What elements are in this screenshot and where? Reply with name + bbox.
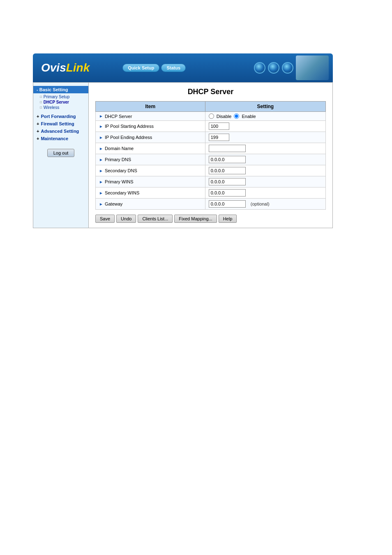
logo: OvisLink bbox=[33, 61, 98, 74]
header: OvisLink Quick Setup Status bbox=[33, 53, 333, 82]
table-row: ► Domain Name bbox=[96, 143, 326, 154]
save-button[interactable]: Save bbox=[95, 215, 115, 223]
gateway-input[interactable] bbox=[209, 200, 246, 208]
secondary-dns-input[interactable] bbox=[209, 167, 246, 174]
row-label-gateway: ► Gateway bbox=[99, 201, 202, 206]
row-label-primary-wins: ► Primary WINS bbox=[99, 179, 202, 184]
gateway-value-cell: (optional) bbox=[209, 200, 322, 208]
dhcp-enable-radio[interactable] bbox=[234, 113, 239, 119]
sidebar-item-port-forwarding[interactable]: Port Forwarding bbox=[33, 113, 88, 120]
basic-setting-label[interactable]: - Basic Setting bbox=[33, 86, 88, 93]
secondary-wins-input[interactable] bbox=[209, 189, 246, 197]
table-row: ► Secondary DNS bbox=[96, 165, 326, 176]
logo-link: Link bbox=[66, 61, 90, 74]
dhcp-server-radio: Disable Enable bbox=[209, 113, 322, 119]
row-label-ip-end: ► IP Pool Ending Address bbox=[99, 135, 202, 140]
clients-list-button[interactable]: Clients List... bbox=[138, 215, 173, 223]
row-label-domain-name: ► Domain Name bbox=[99, 146, 202, 151]
help-button[interactable]: Help bbox=[219, 215, 237, 223]
table-row: ► DHCP Server Disable Enable bbox=[96, 112, 326, 121]
sidebar-item-firewall-setting[interactable]: Firewall Setting bbox=[33, 120, 88, 127]
status-button[interactable]: Status bbox=[161, 64, 186, 72]
logo-ovis: Ovis bbox=[41, 61, 66, 74]
button-row: Save Undo Clients List... Fixed Mapping.… bbox=[95, 215, 326, 223]
header-nav: Quick Setup Status bbox=[122, 64, 186, 72]
sidebar-item-advanced-setting[interactable]: Advanced Setting bbox=[33, 127, 88, 135]
table-row: ► Primary DNS bbox=[96, 154, 326, 165]
arrow-icon: ► bbox=[99, 124, 103, 129]
row-label-primary-dns: ► Primary DNS bbox=[99, 157, 202, 162]
header-icons bbox=[254, 56, 329, 80]
logout-button[interactable]: Log out bbox=[47, 149, 75, 157]
optional-label: (optional) bbox=[251, 201, 270, 206]
globe-icon-3 bbox=[282, 62, 293, 74]
arrow-icon: ► bbox=[99, 135, 103, 140]
arrow-icon: ► bbox=[99, 157, 103, 162]
col-item-header: Item bbox=[96, 102, 205, 112]
sidebar-item-primary-setup[interactable]: Primary Setup bbox=[33, 94, 88, 99]
page-title: DHCP Server bbox=[95, 88, 326, 96]
row-label-dhcp-server: ► DHCP Server bbox=[99, 114, 202, 119]
arrow-icon: ► bbox=[99, 191, 103, 195]
arrow-icon: ► bbox=[99, 202, 103, 206]
quick-setup-button[interactable]: Quick Setup bbox=[122, 64, 159, 72]
arrow-icon: ► bbox=[99, 169, 103, 173]
main-container: - Basic Setting Primary Setup DHCP Serve… bbox=[33, 82, 333, 228]
content-area: DHCP Server Item Setting ► DHCP Serve bbox=[89, 83, 332, 228]
sidebar-item-wireless[interactable]: Wireless bbox=[33, 105, 88, 110]
settings-table: Item Setting ► DHCP Server bbox=[95, 101, 326, 210]
globe-icon-2 bbox=[268, 62, 279, 74]
dhcp-disable-radio[interactable] bbox=[209, 113, 214, 119]
arrow-icon: ► bbox=[99, 146, 103, 151]
col-setting-header: Setting bbox=[205, 102, 325, 112]
table-row: ► Gateway (optional) bbox=[96, 199, 326, 210]
primary-dns-input[interactable] bbox=[209, 156, 246, 163]
arrow-icon: ► bbox=[99, 180, 103, 184]
header-photo bbox=[296, 56, 329, 80]
row-label-ip-start: ► IP Pool Starting Address bbox=[99, 124, 202, 129]
globe-icon-1 bbox=[254, 62, 265, 74]
row-label-secondary-wins: ► Secondary WINS bbox=[99, 190, 202, 195]
row-label-secondary-dns: ► Secondary DNS bbox=[99, 168, 202, 173]
ip-pool-end-input[interactable] bbox=[209, 134, 229, 141]
sidebar: - Basic Setting Primary Setup DHCP Serve… bbox=[33, 83, 89, 228]
table-row: ► Primary WINS bbox=[96, 176, 326, 187]
table-row: ► IP Pool Starting Address bbox=[96, 121, 326, 132]
table-row: ► Secondary WINS bbox=[96, 187, 326, 199]
sidebar-group-port-forwarding: Port Forwarding Firewall Setting Advance… bbox=[33, 113, 88, 142]
fixed-mapping-button[interactable]: Fixed Mapping... bbox=[174, 215, 217, 223]
undo-button[interactable]: Undo bbox=[116, 215, 136, 223]
arrow-icon: ► bbox=[99, 114, 103, 118]
sidebar-item-maintenance[interactable]: Maintenance bbox=[33, 135, 88, 142]
table-row: ► IP Pool Ending Address bbox=[96, 132, 326, 143]
primary-wins-input[interactable] bbox=[209, 178, 246, 185]
domain-name-input[interactable] bbox=[209, 145, 246, 152]
ip-pool-start-input[interactable] bbox=[209, 123, 229, 130]
sidebar-item-dhcp-server[interactable]: DHCP Server bbox=[33, 99, 88, 105]
